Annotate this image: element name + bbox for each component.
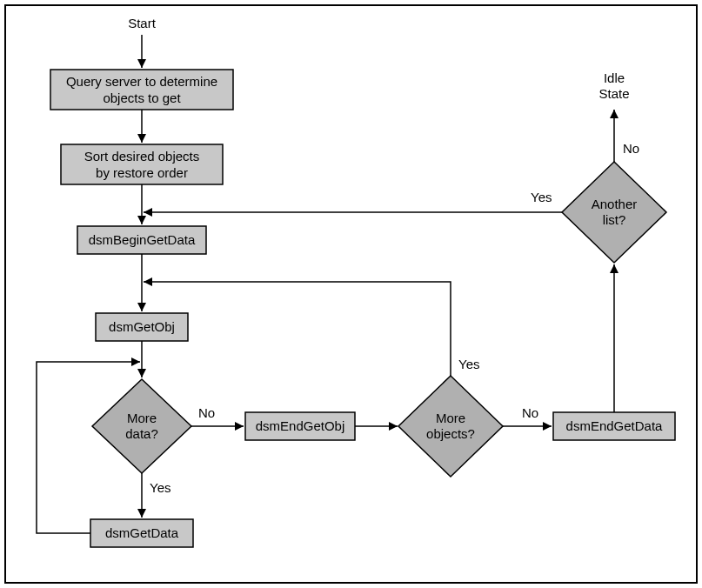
idle-state-label1: Idle [604,70,625,85]
node-sort-text1: Sort desired objects [84,149,200,164]
flowchart-diagram: Start Query server to determine objects … [0,0,702,588]
node-end-get-data-text: dsmEndGetData [566,418,664,433]
node-more-data-text2: data? [125,426,158,441]
node-begin-get-data-text: dsmBeginGetData [89,232,196,247]
node-more-objects-text1: More [436,411,465,425]
edge-moreobjects-yes-label: Yes [458,357,479,371]
edge-moreobjects-no-label: No [522,405,538,420]
edge-anotherlist-yes-label: Yes [531,190,552,204]
start-label: Start [128,16,157,30]
edge-moredata-yes-label: Yes [150,480,170,495]
idle-state-label2: State [598,86,629,101]
edge-anotherlist-no-label: No [623,141,639,156]
node-get-data-text: dsmGetData [105,525,179,540]
node-sort-text2: by restore order [96,165,188,180]
node-query-server-text2: objects to get [103,90,181,105]
edge-moredata-no-label: No [198,405,215,420]
node-more-objects-text2: objects? [426,426,475,441]
node-another-list-text2: list? [603,212,626,227]
node-another-list-text1: Another [592,197,638,211]
node-end-get-obj-text: dsmEndGetObj [256,418,345,433]
node-get-obj-text: dsmGetObj [109,319,175,334]
node-more-data-text1: More [127,411,157,425]
node-query-server-text1: Query server to determine [66,74,217,89]
edge-moreobjects-yes [144,282,451,376]
